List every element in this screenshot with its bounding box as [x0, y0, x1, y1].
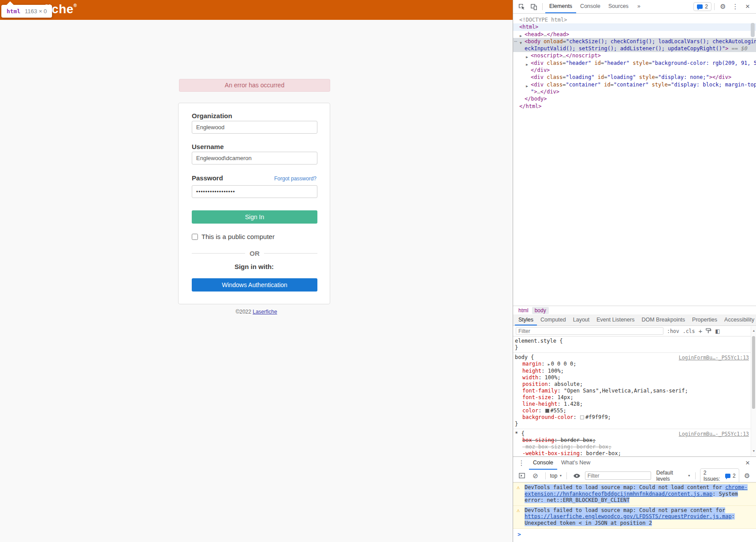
- stylesheet-source-link[interactable]: LoginFormBu…-_PS5Yc1:13: [679, 431, 749, 437]
- dom-tree-line[interactable]: <html>: [513, 23, 756, 30]
- console-tab-console[interactable]: Console: [529, 456, 557, 470]
- dom-tree-line[interactable]: <div class="loading" id="loading" style=…: [513, 74, 756, 81]
- console-warning-message[interactable]: ⚠DevTools failed to load source map: Cou…: [513, 506, 756, 529]
- console-prompt-row[interactable]: >: [513, 529, 756, 540]
- toggle-hover-state-button[interactable]: :hov: [667, 328, 679, 334]
- password-input[interactable]: [192, 185, 317, 198]
- close-devtools-icon[interactable]: ×: [742, 1, 753, 12]
- devtools-tab-sources[interactable]: Sources: [604, 0, 633, 13]
- color-swatch[interactable]: [580, 415, 584, 419]
- css-property[interactable]: height: 100%;: [515, 368, 750, 374]
- console-tabs-bar: ⋮ ConsoleWhat's New ×: [513, 457, 756, 469]
- sidebar-tab-event-listeners[interactable]: Event Listeners: [593, 314, 638, 325]
- dom-tree-line[interactable]: ⋯▼<body onload="checkSize(); checkConfig…: [513, 38, 756, 45]
- devtools-tab-elements[interactable]: Elements: [545, 0, 576, 13]
- css-property[interactable]: font-size: 14px;: [515, 394, 750, 401]
- code-token: <body: [525, 38, 540, 45]
- css-property[interactable]: background-color: #f9f9f9;: [515, 414, 750, 421]
- css-property[interactable]: line-height: 1.428;: [515, 401, 750, 407]
- dom-tree-line[interactable]: eckInputValid(); setString(); addListene…: [513, 45, 756, 52]
- css-property[interactable]: -moz-box-sizing: border-box;: [515, 444, 750, 450]
- issues-badge[interactable]: 2: [693, 2, 711, 11]
- sidebar-tab-properties[interactable]: Properties: [689, 314, 721, 325]
- scroll-up-arrow[interactable]: ▲: [752, 329, 756, 332]
- toolbar-separator: [566, 472, 567, 479]
- selected-message-text: DevTools failed to load source map: Coul…: [525, 484, 748, 503]
- elements-scrollbar-thumb[interactable]: [751, 23, 755, 37]
- dom-tree-line[interactable]: ▶<div class="container" id="container" s…: [513, 81, 756, 88]
- dom-tree-line[interactable]: </div>: [513, 67, 756, 74]
- source-map-link[interactable]: https://laserfiche.englewoodco.gov/LFDSS…: [525, 513, 732, 520]
- console-tab-what-s-new[interactable]: What's New: [557, 456, 594, 470]
- devtools-toolbar: ElementsConsoleSources » 2 ⚙ ⋮ ×: [513, 0, 756, 14]
- toggle-classes-button[interactable]: .cls: [683, 328, 695, 334]
- dom-tree-line[interactable]: </body>: [513, 95, 756, 102]
- sidebar-tab-computed[interactable]: Computed: [537, 314, 570, 325]
- breadcrumb-body[interactable]: body: [532, 307, 549, 314]
- issues-bubble-icon: [697, 4, 703, 9]
- console-settings-gear-icon[interactable]: ⚙: [742, 471, 752, 481]
- more-tabs-button[interactable]: »: [633, 0, 644, 13]
- css-property[interactable]: color: #555;: [515, 407, 750, 414]
- code-token: =: [562, 82, 566, 88]
- eye-icon[interactable]: [571, 471, 582, 481]
- console-warning-message[interactable]: ⚠DevTools failed to load source map: Cou…: [513, 482, 756, 506]
- public-computer-checkbox[interactable]: [192, 234, 198, 240]
- stylesheet-source-link[interactable]: LoginFormBu…-_PS5Yc1:13: [679, 355, 749, 361]
- organization-input[interactable]: [192, 121, 317, 134]
- device-toolbar-icon[interactable]: [528, 1, 540, 12]
- dom-tree-line[interactable]: ▶<noscript>…</noscript>: [513, 52, 756, 59]
- css-selector[interactable]: element.style {: [515, 338, 750, 344]
- code-token: class: [544, 60, 562, 66]
- console-issues-badge[interactable]: 2 Issues: 2: [700, 468, 739, 483]
- scroll-down-arrow[interactable]: ▼: [752, 449, 756, 452]
- sidebar-tab-layout[interactable]: Layout: [570, 314, 593, 325]
- styles-scrollbar-thumb[interactable]: [752, 336, 755, 409]
- code-token: <div: [531, 82, 544, 88]
- css-property[interactable]: position: absolute;: [515, 381, 750, 388]
- css-property[interactable]: width: 100%;: [515, 374, 750, 381]
- dom-tree-line[interactable]: ▶<head>…</head>: [513, 31, 756, 38]
- settings-gear-icon[interactable]: ⚙: [717, 1, 729, 12]
- expand-shorthand-icon[interactable]: ▶: [548, 363, 550, 366]
- or-label: OR: [250, 250, 260, 257]
- overflow-menu-icon[interactable]: ⋮: [730, 1, 741, 12]
- dom-tree-line[interactable]: </html>: [513, 103, 756, 110]
- new-style-rule-button[interactable]: +: [698, 327, 702, 335]
- forgot-password-link[interactable]: Forgot password?: [274, 176, 317, 182]
- console-filter-input[interactable]: [585, 471, 651, 480]
- clear-console-icon[interactable]: ⊘: [530, 471, 540, 481]
- dom-tree-line[interactable]: ">…</div>: [513, 88, 756, 95]
- code-token: class: [544, 82, 562, 88]
- computed-sidebar-icon[interactable]: ◧: [715, 328, 720, 334]
- css-property[interactable]: -webkit-box-sizing: border-box;: [515, 450, 750, 456]
- devtools-tab-console[interactable]: Console: [576, 0, 604, 13]
- context-selector[interactable]: top▼: [550, 473, 562, 479]
- sidebar-tab-dom-breakpoints[interactable]: DOM Breakpoints: [638, 314, 689, 325]
- sidebar-tab-accessibility[interactable]: Accessibility: [721, 314, 756, 325]
- laserfiche-link[interactable]: Laserfiche: [253, 309, 277, 315]
- code-token: "loading": [566, 74, 595, 80]
- styles-rules-pane: element.style {}body {LoginFormBu…-_PS5Y…: [513, 336, 756, 456]
- dom-tree-line[interactable]: ▶<div class="header" id="header" style="…: [513, 60, 756, 67]
- drawer-overflow-icon[interactable]: ⋮: [516, 458, 527, 468]
- color-swatch[interactable]: [545, 409, 549, 413]
- sign-in-button[interactable]: Sign In: [192, 210, 317, 224]
- styles-filter-input[interactable]: [516, 327, 663, 335]
- sidebar-tab-styles[interactable]: Styles: [515, 314, 537, 325]
- windows-auth-button[interactable]: Windows Authentication: [192, 278, 317, 292]
- css-property[interactable]: font-family: "Open Sans",Helvetica,Arial…: [515, 388, 750, 394]
- close-drawer-icon[interactable]: ×: [742, 458, 753, 468]
- css-property[interactable]: margin: ▶0 0 0 0;: [515, 361, 750, 368]
- node-actions-icon[interactable]: ⋯: [514, 38, 517, 45]
- console-sidebar-icon[interactable]: [517, 471, 527, 481]
- inspect-element-icon[interactable]: [516, 1, 527, 12]
- log-levels-selector[interactable]: Default levels▼: [656, 470, 691, 482]
- breadcrumb-html[interactable]: html: [516, 307, 531, 314]
- paint-format-icon[interactable]: [706, 328, 711, 334]
- dom-tree-line[interactable]: <!DOCTYPE html>: [513, 16, 756, 23]
- username-input[interactable]: [192, 152, 317, 164]
- styles-scrollbar[interactable]: ▲ ▼: [751, 326, 756, 456]
- css-property[interactable]: box-sizing: border-box;: [515, 437, 750, 444]
- copyright-text: ©2022: [235, 309, 253, 315]
